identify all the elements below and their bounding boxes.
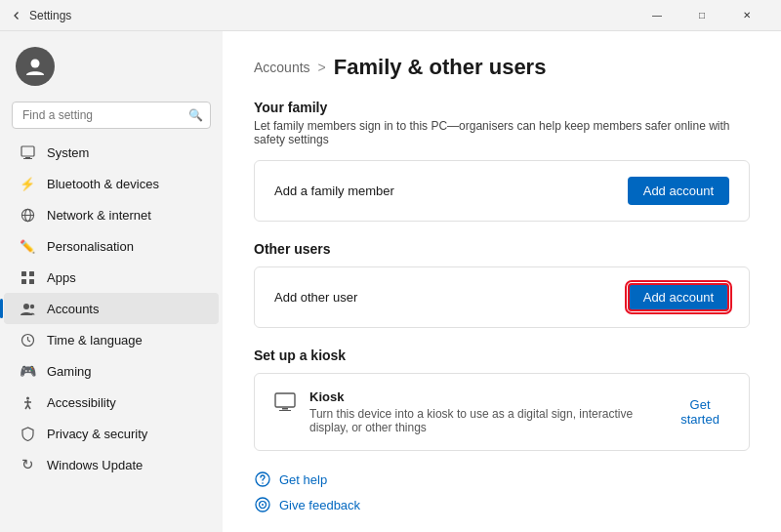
footer-links: Get help Give feedback (254, 471, 750, 513)
svg-line-15 (27, 340, 30, 342)
kiosk-item-title: Kiosk (309, 389, 671, 404)
gaming-icon: 🎮 (20, 363, 35, 379)
sidebar-item-accounts[interactable]: Accounts (4, 293, 219, 324)
privacy-icon (20, 426, 35, 441)
sidebar-item-label-update: Windows Update (47, 458, 143, 472)
minimize-button[interactable]: — (635, 0, 679, 31)
bluetooth-icon: ⚡ (20, 176, 35, 191)
svg-rect-10 (29, 279, 34, 284)
sidebar-item-label-network: Network & internet (47, 208, 151, 223)
breadcrumb-sep: > (318, 60, 326, 75)
sidebar-item-label-gaming: Gaming (47, 364, 92, 379)
kiosk-title: Set up a kiosk (254, 348, 750, 363)
add-other-account-button[interactable]: Add account (628, 283, 729, 311)
svg-line-20 (27, 405, 30, 409)
feedback-icon (254, 496, 271, 513)
kiosk-card: Kiosk Turn this device into a kiosk to u… (254, 373, 750, 451)
help-icon (254, 471, 271, 488)
sidebar: 🔍 System ⚡ Bluetooth & devices Network &… (0, 31, 223, 532)
back-button[interactable] (12, 11, 21, 20)
search-box[interactable]: 🔍 (12, 102, 211, 129)
page-title: Family & other users (334, 55, 547, 80)
time-icon (20, 332, 35, 348)
apps-icon (20, 269, 35, 285)
update-icon: ↻ (20, 457, 35, 472)
window-controls: — □ ✕ (635, 0, 769, 31)
svg-rect-21 (275, 393, 295, 407)
sidebar-item-update[interactable]: ↻ Windows Update (4, 449, 219, 480)
your-family-desc: Let family members sign in to this PC—or… (254, 119, 750, 146)
sidebar-item-label-system: System (47, 145, 89, 160)
app-body: 🔍 System ⚡ Bluetooth & devices Network &… (0, 31, 781, 532)
svg-rect-7 (21, 271, 26, 276)
svg-rect-8 (29, 271, 34, 276)
sidebar-item-apps[interactable]: Apps (4, 262, 219, 293)
sidebar-avatar (0, 35, 223, 98)
close-button[interactable]: ✕ (724, 0, 769, 31)
add-family-account-button[interactable]: Add account (628, 177, 729, 205)
sidebar-item-label-accounts: Accounts (47, 302, 99, 316)
accessibility-icon (20, 394, 35, 410)
content-area: Accounts > Family & other users Your fam… (223, 31, 781, 532)
breadcrumb: Accounts > Family & other users (254, 55, 750, 80)
sidebar-item-privacy[interactable]: Privacy & security (4, 418, 219, 449)
sidebar-item-gaming[interactable]: 🎮 Gaming (4, 355, 219, 387)
add-family-card: Add a family member Add account (254, 160, 750, 222)
titlebar: Settings — □ ✕ (0, 0, 781, 31)
sidebar-item-label-accessibility: Accessibility (47, 395, 116, 410)
sidebar-item-label-time: Time & language (47, 333, 143, 348)
give-feedback-link[interactable]: Give feedback (254, 496, 750, 513)
breadcrumb-parent[interactable]: Accounts (254, 60, 310, 75)
network-icon (20, 207, 35, 223)
sidebar-item-label-bluetooth: Bluetooth & devices (47, 177, 159, 191)
get-help-link[interactable]: Get help (254, 471, 750, 488)
your-family-title: Your family (254, 100, 750, 115)
kiosk-section: Set up a kiosk (254, 348, 750, 363)
sidebar-item-label-personalisation: Personalisation (47, 239, 134, 254)
sidebar-item-time[interactable]: Time & language (4, 324, 219, 355)
sidebar-item-personalisation[interactable]: ✏️ Personalisation (4, 230, 219, 262)
sidebar-item-label-privacy: Privacy & security (47, 427, 147, 441)
svg-point-25 (262, 482, 264, 484)
svg-rect-3 (23, 158, 32, 159)
other-users-section: Other users (254, 241, 750, 257)
svg-point-16 (26, 396, 29, 399)
add-family-label: Add a family member (274, 184, 394, 198)
give-feedback-label: Give feedback (279, 498, 360, 512)
get-help-label: Get help (279, 472, 327, 487)
svg-point-11 (23, 304, 29, 309)
sidebar-item-accessibility[interactable]: Accessibility (4, 387, 219, 418)
accounts-icon (20, 301, 35, 316)
avatar (16, 47, 55, 86)
kiosk-item-desc: Turn this device into a kiosk to use as … (309, 407, 671, 434)
kiosk-icon (274, 391, 296, 418)
add-other-user-card: Add other user Add account (254, 266, 750, 328)
titlebar-title: Settings (29, 9, 71, 22)
kiosk-get-started-button[interactable]: Get started (671, 397, 729, 427)
sidebar-item-network[interactable]: Network & internet (4, 199, 219, 230)
svg-rect-1 (21, 146, 34, 156)
svg-rect-22 (282, 408, 288, 410)
search-icon: 🔍 (188, 108, 203, 122)
svg-point-0 (31, 60, 40, 68)
search-input[interactable] (12, 102, 211, 129)
sidebar-item-system[interactable]: System (4, 137, 219, 168)
sidebar-item-label-apps: Apps (47, 270, 76, 285)
svg-point-28 (262, 504, 264, 506)
svg-point-12 (29, 304, 33, 307)
kiosk-info: Kiosk Turn this device into a kiosk to u… (274, 389, 671, 434)
other-users-title: Other users (254, 241, 750, 257)
add-other-user-label: Add other user (274, 290, 357, 305)
kiosk-text: Kiosk Turn this device into a kiosk to u… (309, 389, 671, 434)
maximize-button[interactable]: □ (679, 0, 724, 31)
sidebar-item-bluetooth[interactable]: ⚡ Bluetooth & devices (4, 168, 219, 199)
svg-rect-23 (279, 410, 291, 411)
system-icon (20, 144, 35, 160)
svg-rect-9 (21, 279, 26, 284)
personalisation-icon: ✏️ (20, 238, 35, 254)
